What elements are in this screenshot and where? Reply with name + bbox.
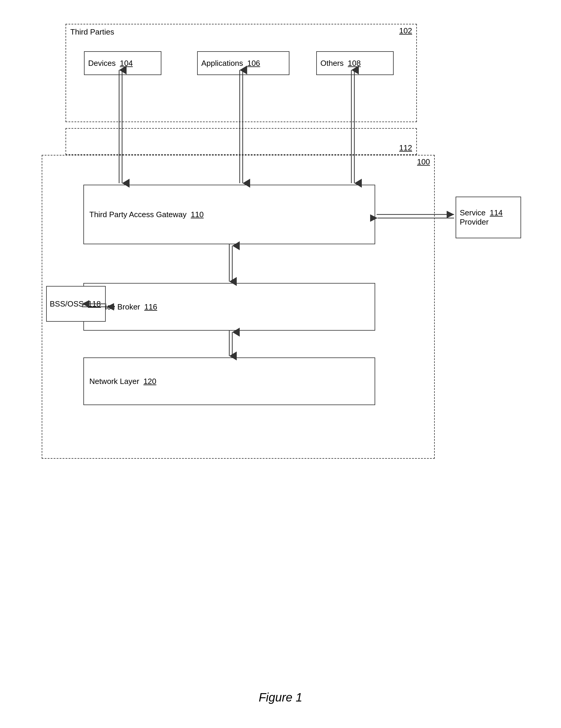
figure-label: Figure 1 [259, 691, 302, 704]
box-third-parties: Third Parties 102 Devices 104 Applicatio… [66, 24, 417, 122]
service-provider-label2: Provider [460, 217, 489, 226]
network-label: Network Layer [89, 377, 139, 386]
box-bssoss: BSS/OSS 118 [46, 286, 106, 322]
applications-label: Applications [201, 59, 243, 68]
gateway-label: Third Party Access Gateway [89, 210, 187, 219]
ref-116: 116 [145, 302, 157, 312]
box-devices: Devices 104 [84, 51, 161, 75]
third-parties-label: Third Parties [70, 27, 114, 37]
ref-112: 112 [399, 143, 412, 153]
ref-104: 104 [120, 59, 133, 68]
box-gateway: Third Party Access Gateway 110 [83, 185, 375, 244]
ref-100: 100 [417, 157, 430, 167]
box-others: Others 108 [316, 51, 394, 75]
others-label: Others [320, 59, 343, 68]
ref-114: 114 [490, 208, 503, 217]
box-network: Network Layer 120 [83, 357, 375, 405]
box-service-provider: Service 114 Provider [456, 197, 521, 238]
diagram-container: Third Parties 102 Devices 104 Applicatio… [24, 18, 536, 524]
ref-118: 118 [88, 299, 101, 309]
ref-102: 102 [399, 26, 412, 35]
box-112: 112 [66, 128, 417, 155]
ref-120: 120 [144, 377, 156, 386]
ref-108: 108 [348, 59, 360, 68]
service-provider-label: Service [460, 208, 486, 217]
bssoss-label: BSS/OSS [50, 299, 84, 309]
box-broker: Service Broker 116 [83, 283, 375, 331]
box-applications: Applications 106 [197, 51, 289, 75]
ref-106: 106 [247, 59, 260, 68]
devices-label: Devices [88, 59, 116, 68]
ref-110: 110 [191, 210, 204, 219]
